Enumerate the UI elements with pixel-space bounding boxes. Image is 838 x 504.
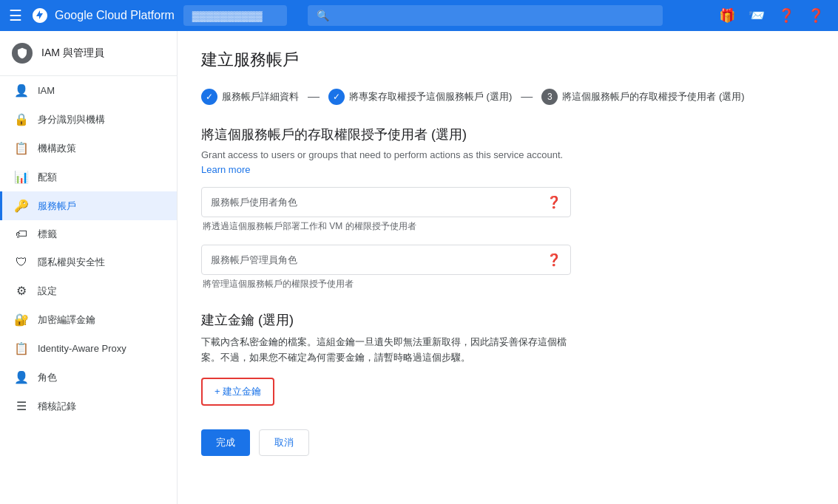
- field2-help-icon[interactable]: ❓: [547, 253, 561, 267]
- step1-label: 服務帳戶詳細資料: [222, 90, 299, 103]
- step-1: ✓ 服務帳戶詳細資料: [201, 89, 299, 105]
- policy-icon: 📋: [14, 141, 29, 155]
- service-account-icon: 🔑: [14, 199, 29, 213]
- sidebar-item-settings[interactable]: ⚙ 設定: [0, 276, 177, 305]
- cancel-button[interactable]: 取消: [259, 429, 309, 456]
- sidebar-item-identity[interactable]: 🔒 身分識別與機構: [0, 105, 177, 134]
- create-key-section: 建立金鑰 (選用) 下載內含私密金鑰的檔案。這組金鑰一旦遺失即無法重新取得，因此…: [201, 311, 814, 406]
- search-bar: 🔍: [308, 5, 693, 26]
- sidebar-label-policy: 機構政策: [38, 142, 76, 155]
- grant-access-section: 將這個服務帳戶的存取權限授予使用者 (選用) Grant access to u…: [201, 126, 814, 175]
- sidebar-label-settings: 設定: [38, 285, 57, 298]
- stepper: ✓ 服務帳戶詳細資料 — ✓ 將專案存取權授予這個服務帳戶 (選用) — 3 將…: [201, 89, 814, 105]
- project-selector[interactable]: ▓▓▓▓▓▓▓▓▓▓: [183, 5, 287, 26]
- field1-help-icon[interactable]: ❓: [547, 195, 561, 209]
- iap-icon: 📋: [14, 341, 29, 355]
- step3-num: 3: [541, 89, 558, 105]
- step1-done-icon: ✓: [201, 89, 217, 105]
- field1-subdesc: 將透過這個服務帳戶部署工作和 VM 的權限授予使用者: [201, 220, 814, 233]
- grant-access-desc: Grant access to users or groups that nee…: [201, 149, 814, 160]
- step-3: 3 將這個服務帳戶的存取權授予使用者 (選用): [541, 89, 744, 105]
- step-divider-2: —: [518, 90, 535, 103]
- labels-icon: 🏷: [14, 228, 29, 241]
- bottom-actions: 完成 取消: [201, 429, 814, 456]
- layout: IAM 與管理員 👤 IAM 🔒 身分識別與機構 📋 機構政策 📊 配額 🔑 服…: [0, 31, 838, 504]
- sidebar-item-quota[interactable]: 📊 配額: [0, 163, 177, 191]
- sidebar-label-encryption: 加密編譯金鑰: [38, 313, 95, 327]
- menu-icon[interactable]: ☰: [9, 7, 22, 24]
- field2-subdesc: 將管理這個服務帳戶的權限授予使用者: [201, 278, 814, 290]
- field2-box[interactable]: 服務帳戶管理員角色 ❓: [201, 245, 571, 275]
- sidebar-label-iap: Identity-Aware Proxy: [38, 343, 126, 354]
- iam-icon: 👤: [14, 84, 29, 98]
- sidebar-label-privacy: 隱私權與安全性: [38, 256, 105, 269]
- sidebar-label-labels: 標籤: [38, 228, 57, 241]
- sidebar-label-quota: 配額: [38, 171, 57, 184]
- sidebar-item-audit[interactable]: ☰ 稽核記錄: [0, 392, 177, 420]
- identity-icon: 🔒: [14, 112, 29, 126]
- sidebar-header-icon: [12, 43, 33, 64]
- sidebar-item-encryption[interactable]: 🔐 加密編譯金鑰: [0, 305, 177, 334]
- sidebar-item-iap[interactable]: 📋 Identity-Aware Proxy: [0, 334, 177, 363]
- audit-icon: ☰: [14, 399, 29, 413]
- create-key-title: 建立金鑰 (選用): [201, 311, 814, 329]
- topbar: ☰ Google Cloud Platform ▓▓▓▓▓▓▓▓▓▓ 🔍 🎁 📨…: [0, 0, 838, 31]
- page-title: 建立服務帳戶: [201, 49, 814, 71]
- sidebar-label-service-account: 服務帳戶: [38, 200, 76, 213]
- create-key-desc: 下載內含私密金鑰的檔案。這組金鑰一旦遺失即無法重新取得，因此請妥善保存這個檔案。…: [201, 335, 571, 366]
- search-input-wrapper[interactable]: 🔍: [308, 5, 663, 26]
- field1-label: 服務帳戶使用者角色: [211, 196, 547, 209]
- field1-wrapper: 服務帳戶使用者角色 ❓ 將透過這個服務帳戶部署工作和 VM 的權限授予使用者: [201, 187, 814, 233]
- sidebar-label-identity: 身分識別與機構: [38, 113, 105, 126]
- sidebar-title: IAM 與管理員: [41, 47, 104, 60]
- quota-icon: 📊: [14, 170, 29, 184]
- sidebar-item-policy[interactable]: 📋 機構政策: [0, 134, 177, 163]
- sidebar-item-service-account[interactable]: 🔑 服務帳戶: [0, 191, 177, 220]
- settings-icon: ⚙: [14, 284, 29, 298]
- step3-label: 將這個服務帳戶的存取權授予使用者 (選用): [562, 90, 744, 103]
- grant-access-title: 將這個服務帳戶的存取權限授予使用者 (選用): [201, 126, 814, 143]
- support-icon[interactable]: ❓: [773, 2, 800, 29]
- roles-icon: 👤: [14, 370, 29, 384]
- sidebar-item-roles[interactable]: 👤 角色: [0, 363, 177, 392]
- step-2: ✓ 將專案存取權授予這個服務帳戶 (選用): [328, 89, 512, 105]
- field2-wrapper: 服務帳戶管理員角色 ❓ 將管理這個服務帳戶的權限授予使用者: [201, 245, 814, 290]
- sidebar-label-iam: IAM: [38, 85, 55, 96]
- gift-icon[interactable]: 🎁: [714, 2, 740, 29]
- help-icon[interactable]: ❓: [802, 2, 829, 29]
- encryption-icon: 🔐: [14, 313, 29, 327]
- app-title: Google Cloud Platform: [55, 9, 175, 22]
- sidebar-header: IAM 與管理員: [0, 31, 177, 76]
- step2-done-icon: ✓: [328, 89, 345, 105]
- create-key-button[interactable]: + 建立金鑰: [201, 378, 274, 406]
- sidebar-item-iam[interactable]: 👤 IAM: [0, 76, 177, 105]
- notifications-icon[interactable]: 📨: [743, 2, 770, 29]
- sidebar-item-labels[interactable]: 🏷 標籤: [0, 220, 177, 248]
- done-button[interactable]: 完成: [201, 429, 250, 456]
- google-cloud-icon: [31, 7, 49, 24]
- search-icon: 🔍: [317, 10, 329, 21]
- topbar-actions: 🎁 📨 ❓ ❓: [714, 2, 829, 29]
- app-logo: Google Cloud Platform: [31, 7, 175, 24]
- field2-label: 服務帳戶管理員角色: [211, 253, 547, 267]
- step2-label: 將專案存取權授予這個服務帳戶 (選用): [349, 90, 512, 103]
- sidebar-label-audit: 稽核記錄: [38, 400, 76, 413]
- privacy-icon: 🛡: [14, 256, 29, 269]
- shield-icon: [16, 47, 28, 59]
- step-divider-1: —: [305, 90, 322, 103]
- sidebar-label-roles: 角色: [38, 371, 57, 384]
- learn-more-link[interactable]: Learn more: [201, 164, 250, 175]
- sidebar-item-privacy[interactable]: 🛡 隱私權與安全性: [0, 248, 177, 276]
- sidebar: IAM 與管理員 👤 IAM 🔒 身分識別與機構 📋 機構政策 📊 配額 🔑 服…: [0, 31, 178, 504]
- main-content: 建立服務帳戶 ✓ 服務帳戶詳細資料 — ✓ 將專案存取權授予這個服務帳戶 (選用…: [178, 31, 838, 504]
- field1-box[interactable]: 服務帳戶使用者角色 ❓: [201, 187, 571, 217]
